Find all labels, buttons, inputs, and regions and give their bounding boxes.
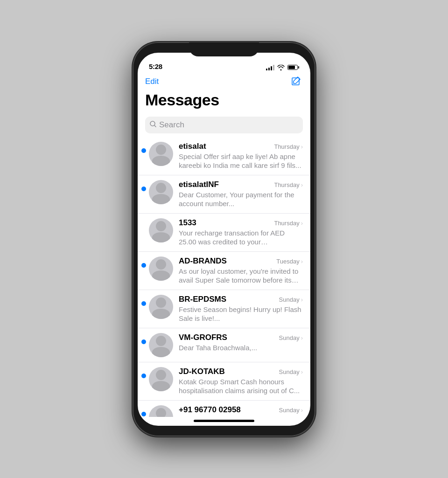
chevron-right-icon: › xyxy=(301,258,303,265)
unread-dot xyxy=(141,412,146,416)
list-item[interactable]: JD-KOTAKBSunday ›Kotak Group Smart Cash … xyxy=(138,362,310,401)
avatar-figure xyxy=(149,405,173,417)
edit-button[interactable]: Edit xyxy=(145,75,159,88)
avatar-figure xyxy=(149,180,173,204)
search-placeholder: Search xyxy=(159,120,184,130)
home-indicator xyxy=(194,420,254,422)
message-preview: Your recharge transaction for AED 25.00 … xyxy=(179,229,303,247)
avatar-figure xyxy=(149,367,173,391)
list-item[interactable]: 1533Thursday ›Your recharge transaction … xyxy=(138,214,310,252)
compose-button[interactable] xyxy=(290,75,303,88)
message-time: Thursday › xyxy=(274,143,303,150)
avatar-figure xyxy=(149,142,173,166)
list-item[interactable]: AD-BRANDSTuesday ›As our loyal customer,… xyxy=(138,252,310,290)
sender-name: etisalat xyxy=(179,142,206,151)
chevron-right-icon: › xyxy=(301,143,303,150)
message-list: etisalatThursday ›Special Offer sirf aap… xyxy=(138,137,310,417)
sender-name: VM-GROFRS xyxy=(179,333,227,342)
unread-dot xyxy=(141,148,146,153)
phone-screen: 5:28 xyxy=(138,53,310,426)
avatar xyxy=(149,295,173,319)
messages-content[interactable]: Edit Messages xyxy=(138,73,310,417)
avatar-figure xyxy=(149,256,173,281)
chevron-right-icon: › xyxy=(301,296,303,303)
avatar xyxy=(149,180,173,204)
sender-name: etisalatINF xyxy=(179,180,219,189)
list-item[interactable]: etisalatINFThursday ›Dear Customer, Your… xyxy=(138,175,310,214)
sender-name: JD-KOTAKB xyxy=(179,367,225,376)
chevron-right-icon: › xyxy=(301,220,303,227)
unread-dot xyxy=(141,263,146,268)
list-item[interactable]: etisalatThursday ›Special Offer sirf aap… xyxy=(138,137,310,175)
signal-icon xyxy=(266,65,274,70)
unread-dot xyxy=(141,301,146,306)
header-top: Edit xyxy=(145,75,303,88)
page-title: Messages xyxy=(145,91,303,109)
list-item[interactable]: VM-GROFRSSunday ›Dear Taha Broachwala,..… xyxy=(138,328,310,362)
avatar xyxy=(149,256,173,281)
phone-frame: 5:28 xyxy=(133,42,315,436)
sender-name: 1533 xyxy=(179,218,196,228)
avatar xyxy=(149,405,173,417)
chevron-right-icon: › xyxy=(301,407,303,414)
compose-icon xyxy=(291,76,301,87)
message-preview: Dear Customer, Your payment for the acco… xyxy=(179,190,303,208)
message-time: Thursday › xyxy=(274,220,303,227)
search-icon xyxy=(150,121,156,129)
message-preview: Kotak Group Smart Cash honours hospitali… xyxy=(179,377,303,395)
avatar-figure xyxy=(149,295,173,319)
list-item[interactable]: BR-EPDSMSSunday ›Festive Season begins! … xyxy=(138,290,310,328)
list-item[interactable]: +91 96770 02958Sunday ›Unlimited Web Hos… xyxy=(138,401,310,417)
sender-name: AD-BRANDS xyxy=(179,256,227,266)
unread-dot xyxy=(141,218,146,223)
message-preview: Dear Taha Broachwala,... xyxy=(179,343,303,353)
avatar xyxy=(149,367,173,391)
wifi-icon xyxy=(277,65,285,70)
message-time: Sunday › xyxy=(279,334,303,341)
chevron-right-icon: › xyxy=(301,181,303,188)
search-bar[interactable]: Search xyxy=(145,117,303,133)
message-time: Sunday › xyxy=(279,407,303,414)
unread-dot xyxy=(141,339,146,344)
status-icons xyxy=(266,65,299,70)
avatar xyxy=(149,142,173,166)
chevron-right-icon: › xyxy=(301,368,303,375)
avatar xyxy=(149,333,173,357)
messages-header: Edit Messages xyxy=(138,73,310,113)
message-preview: Unlimited Web Hosting at INR199 Year Res… xyxy=(179,416,303,417)
unread-dot xyxy=(141,187,146,191)
unread-dot xyxy=(141,374,146,378)
status-time: 5:28 xyxy=(149,62,162,70)
message-time: Sunday › xyxy=(279,368,303,375)
message-preview: As our loyal customer, you're invited to… xyxy=(179,267,303,285)
message-preview: Festive Season begins! Hurry up! Flash S… xyxy=(179,305,303,323)
message-time: Tuesday › xyxy=(276,258,303,265)
message-time: Thursday › xyxy=(274,181,303,188)
chevron-right-icon: › xyxy=(301,334,303,341)
message-time: Sunday › xyxy=(279,296,303,303)
sender-name: BR-EPDSMS xyxy=(179,295,226,304)
notch xyxy=(189,42,259,56)
sender-name: +91 96770 02958 xyxy=(179,405,241,415)
battery-icon xyxy=(287,65,299,70)
avatar-figure xyxy=(149,218,173,242)
avatar-figure xyxy=(149,333,173,357)
message-preview: Special Offer sirf aap ke liye! Ab apne … xyxy=(179,152,303,170)
avatar xyxy=(149,218,173,242)
